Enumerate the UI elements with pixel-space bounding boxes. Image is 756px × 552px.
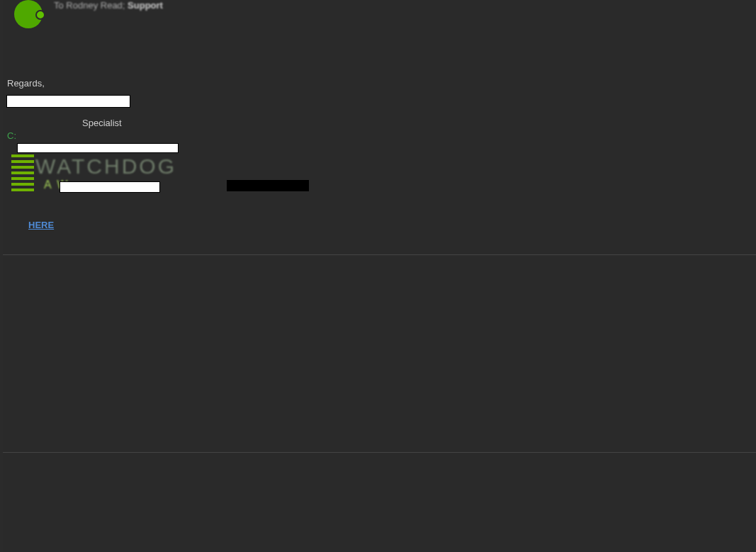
signature-regards: Regards,	[7, 78, 45, 89]
to-line: To Rodney Read; Support	[54, 0, 163, 11]
here-link[interactable]: HERE	[28, 220, 54, 230]
phone-label: C:	[7, 130, 16, 141]
logo-text-big: WATCHDOG	[35, 154, 176, 179]
email-message-pane: To Rodney Read; Support Regards, Special…	[3, 0, 756, 255]
redacted-name	[6, 95, 130, 108]
logo-bars-icon	[11, 154, 34, 194]
quoted-message-1: .com a	[3, 256, 756, 453]
to-prefix: To	[54, 0, 66, 11]
signature-title: Specialist	[82, 118, 122, 128]
to-recipient: Rodney Read;	[66, 0, 125, 11]
quoted-message-2: .ca .com	[3, 454, 756, 552]
redacted-slogan	[60, 181, 160, 193]
presence-badge	[35, 10, 45, 20]
to-support: Support	[128, 0, 163, 11]
redacted-phone	[17, 143, 179, 153]
redacted-url	[227, 180, 309, 191]
